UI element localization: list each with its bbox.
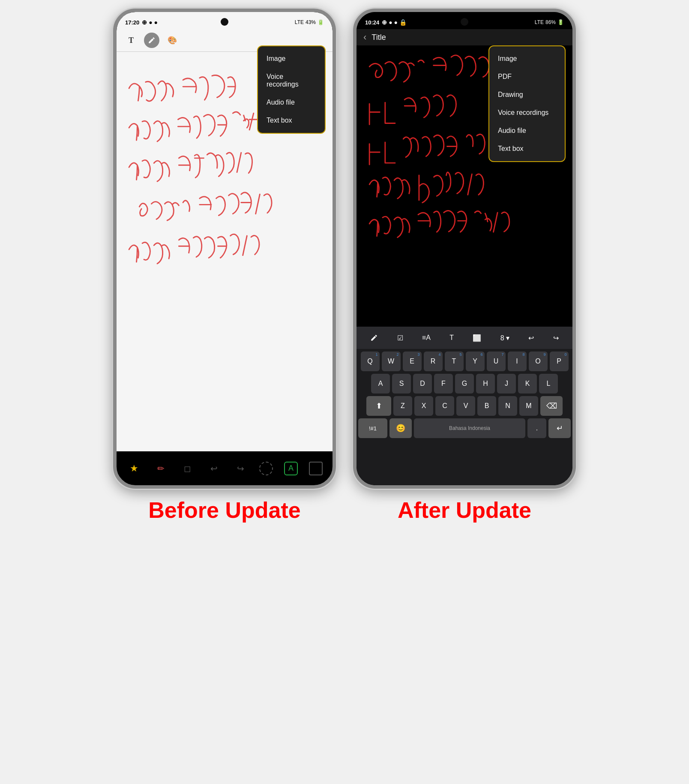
kb-undo-tool[interactable]: ↩ — [528, 334, 534, 342]
screen-after: 10:24 ⊕ ● ● 🔒 LTE 86% 🔋 ‹ Title — [356, 12, 572, 485]
camera-notch-before — [221, 18, 228, 26]
status-right-before: LTE 43% 🔋 — [295, 19, 324, 25]
key-y[interactable]: 6Y — [466, 351, 485, 371]
dropdown-item-textbox-after[interactable]: Text box — [489, 140, 565, 158]
label-before: Before Update — [113, 497, 336, 523]
star-icon[interactable]: ★ — [126, 461, 142, 476]
key-s[interactable]: S — [392, 374, 411, 394]
header-after: ‹ Title — [356, 29, 572, 45]
key-symbols[interactable]: !#1 — [358, 418, 387, 438]
eraser-icon[interactable]: ◻ — [180, 461, 195, 476]
key-d[interactable]: D — [413, 374, 432, 394]
key-b[interactable]: B — [477, 396, 496, 416]
key-h[interactable]: H — [476, 374, 495, 394]
battery-icon-before: 🔋 — [318, 19, 324, 25]
back-button-after[interactable]: ‹ — [363, 32, 366, 43]
key-z[interactable]: Z — [393, 396, 412, 416]
key-q[interactable]: 1Q — [361, 351, 380, 371]
auto-icon[interactable]: A — [284, 462, 298, 475]
key-p[interactable]: 0P — [550, 351, 569, 371]
dropdown-item-voice-after[interactable]: Voice recordings — [489, 104, 565, 122]
key-period[interactable]: . — [527, 418, 546, 438]
bottom-toolbar-before: ★ ✏ ◻ ↩ ↪ A — [117, 451, 333, 485]
key-u[interactable]: 7U — [487, 351, 506, 371]
dropdown-item-drawing-after[interactable]: Drawing — [489, 86, 565, 104]
dropdown-item-audio-before[interactable]: Audio file — [258, 93, 325, 111]
key-l[interactable]: L — [539, 374, 558, 394]
key-g[interactable]: G — [455, 374, 474, 394]
key-emoji[interactable]: 😊 — [389, 418, 412, 438]
key-enter[interactable]: ↵ — [548, 418, 571, 438]
key-w[interactable]: 2W — [382, 351, 401, 371]
network-after: LTE — [535, 19, 544, 25]
key-row-4: !#1 😊 Bahasa Indonesia . ↵ — [358, 418, 571, 438]
battery-after: 86% — [545, 19, 556, 25]
key-i[interactable]: 8I — [508, 351, 527, 371]
kb-box-tool[interactable]: ⬜ — [473, 334, 481, 342]
camera-notch-after — [461, 18, 468, 26]
status-time-before: 17:20 ⊕ ● ● — [125, 19, 158, 26]
status-right-after: LTE 86% 🔋 — [535, 19, 564, 25]
key-backspace[interactable]: ⌫ — [540, 396, 563, 416]
phone-before: 17:20 ⊕ ● ● LTE 43% 🔋 T 🎨 — [113, 9, 336, 489]
key-space[interactable]: Bahasa Indonesia — [414, 418, 525, 438]
dropdown-item-textbox-before[interactable]: Text box — [258, 111, 325, 129]
key-c[interactable]: C — [435, 396, 454, 416]
text-tool-before[interactable]: T — [123, 33, 139, 48]
key-j[interactable]: J — [497, 374, 516, 394]
time-after: 10:24 — [365, 19, 379, 26]
key-m[interactable]: M — [519, 396, 538, 416]
time-before: 17:20 — [125, 19, 139, 26]
square-icon[interactable] — [309, 462, 323, 475]
key-v[interactable]: V — [456, 396, 475, 416]
network-before: LTE — [295, 19, 304, 25]
kb-text-tool[interactable]: T — [449, 334, 454, 342]
key-row-1: 1Q 2W 3E 4R 5T 6Y 7U 8I 9O 0P — [358, 351, 571, 371]
kb-pen-tool[interactable] — [370, 334, 378, 342]
key-k[interactable]: K — [518, 374, 537, 394]
kb-size-tool[interactable]: 8 ▾ — [500, 334, 509, 342]
phones-container: 17:20 ⊕ ● ● LTE 43% 🔋 T 🎨 — [113, 9, 576, 489]
label-after: After Update — [353, 497, 576, 523]
pencil-icon[interactable]: ✏ — [153, 461, 168, 476]
dropdown-item-image-before[interactable]: Image — [258, 50, 325, 68]
key-t[interactable]: 5T — [445, 351, 464, 371]
redo-icon[interactable]: ↪ — [233, 461, 248, 476]
kb-check-tool[interactable]: ☑ — [397, 334, 403, 342]
dropdown-before[interactable]: Image Voice recordings Audio file Text b… — [257, 45, 326, 134]
dropdown-item-audio-after[interactable]: Audio file — [489, 122, 565, 140]
key-e[interactable]: 3E — [403, 351, 422, 371]
undo-icon[interactable]: ↩ — [206, 461, 222, 476]
status-time-after: 10:24 ⊕ ● ● 🔒 — [365, 19, 407, 26]
key-f[interactable]: F — [434, 374, 453, 394]
key-r[interactable]: 4R — [424, 351, 443, 371]
screen-before: 17:20 ⊕ ● ● LTE 43% 🔋 T 🎨 — [117, 12, 333, 485]
key-row-2: A S D F G H J K L — [358, 374, 571, 394]
dropdown-item-image-after[interactable]: Image — [489, 50, 565, 68]
status-icons-before: ⊕ ● ● — [142, 19, 158, 26]
dropdown-after[interactable]: Image PDF Drawing Voice recordings Audio… — [488, 45, 566, 162]
key-a[interactable]: A — [371, 374, 390, 394]
kb-redo-tool[interactable]: ↪ — [553, 334, 559, 342]
key-shift[interactable]: ⬆ — [366, 396, 391, 416]
labels-container: Before Update After Update — [113, 497, 576, 523]
key-row-3: ⬆ Z X C V B N M ⌫ — [358, 396, 571, 416]
status-icons-after: ⊕ ● ● 🔒 — [382, 19, 407, 26]
pen-tool-before[interactable] — [144, 33, 159, 48]
lasso-icon[interactable] — [259, 462, 273, 475]
page-title-after: Title — [371, 33, 386, 42]
key-n[interactable]: N — [498, 396, 517, 416]
phone-after: 10:24 ⊕ ● ● 🔒 LTE 86% 🔋 ‹ Title — [353, 9, 576, 489]
key-o[interactable]: 9O — [529, 351, 548, 371]
keyboard-toolbar: ☑ ≡A T ⬜ 8 ▾ ↩ ↪ — [356, 327, 572, 349]
paint-tool-before[interactable]: 🎨 — [165, 33, 180, 48]
keyboard-rows: 1Q 2W 3E 4R 5T 6Y 7U 8I 9O 0P A S — [356, 349, 572, 443]
keyboard-area: ☑ ≡A T ⬜ 8 ▾ ↩ ↪ 1Q 2W 3E 4R 5 — [356, 327, 572, 485]
key-x[interactable]: X — [414, 396, 433, 416]
battery-icon-after: 🔋 — [557, 19, 564, 25]
kb-format-tool[interactable]: ≡A — [422, 334, 431, 342]
dropdown-item-pdf-after[interactable]: PDF — [489, 68, 565, 86]
dropdown-item-voice-before[interactable]: Voice recordings — [258, 68, 325, 93]
battery-before: 43% — [306, 19, 316, 25]
